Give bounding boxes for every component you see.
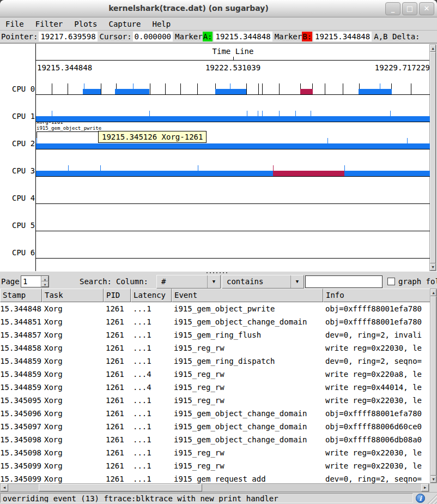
cell-latency: ...1 xyxy=(131,302,172,315)
column-header-task[interactable]: Task xyxy=(42,289,104,302)
chevron-down-icon[interactable]: ▼ xyxy=(290,275,304,288)
table-row[interactable]: 19215.345098Xorg1261...1i915_reg_rwwrite… xyxy=(0,446,430,459)
event-tick xyxy=(165,83,166,94)
table-row[interactable]: 19215.344859Xorg1261...1i915_gem_ring_di… xyxy=(0,355,430,368)
scroll-down-icon[interactable]: ▼ xyxy=(430,263,436,271)
scroll-down-icon[interactable]: ▼ xyxy=(430,476,436,483)
table-vertical-scrollbar[interactable]: ▲ ▼ xyxy=(430,289,437,483)
column-header-info[interactable]: Info xyxy=(323,289,437,302)
cpu-row-1[interactable]: CPU 1 xyxy=(0,95,437,122)
table-row[interactable]: 19215.345097Xorg1261...1i915_gem_object_… xyxy=(0,420,430,433)
table-row[interactable]: 19215.345098Xorg1261...1i915_gem_object_… xyxy=(0,433,430,446)
task-bar[interactable] xyxy=(36,171,430,176)
search-input[interactable] xyxy=(305,275,383,288)
table-row[interactable]: 19215.345099Xorg1261...1i915_reg_rwwrite… xyxy=(0,459,430,472)
table-row[interactable]: 19215.344857Xorg1261...1i915_gem_ring_fl… xyxy=(0,328,430,341)
table-row[interactable]: 19215.345099Xorg1261...1i915_gem_request… xyxy=(0,472,430,483)
cell-task: Xorg xyxy=(42,315,104,328)
menu-item-file[interactable]: File xyxy=(0,19,30,29)
graph-follows-checkbox[interactable] xyxy=(387,278,395,285)
cell-info: dev=0, ring=2, invali xyxy=(323,328,430,341)
match-select-value: contains xyxy=(227,277,263,286)
cpu-label: CPU 3 xyxy=(12,166,35,175)
info-icon[interactable]: i xyxy=(416,494,425,503)
hscrollbar-thumb[interactable] xyxy=(39,484,202,491)
cell-latency: ...1 xyxy=(131,459,172,472)
task-bar[interactable] xyxy=(36,143,430,149)
scroll-right-icon[interactable]: ▶ xyxy=(421,484,429,491)
column-select[interactable]: # ▼ xyxy=(156,275,221,289)
splitter-handle-dots xyxy=(207,272,227,273)
table-row[interactable]: 19215.344859Xorg1261...4i915_reg_rwwrite… xyxy=(0,368,430,381)
timeline-graph-pane[interactable]: Time Line 19215.344848 19222.531039 1922… xyxy=(0,43,437,272)
task-bar[interactable] xyxy=(273,171,344,176)
close-button[interactable]: ✕ xyxy=(419,2,434,15)
task-bar[interactable] xyxy=(83,89,101,94)
cell-event: i915_gem_request_add xyxy=(172,472,323,483)
task-bar[interactable] xyxy=(115,89,149,94)
cell-task: Xorg xyxy=(42,459,104,472)
spin-up-icon[interactable]: ▲ xyxy=(41,276,48,281)
menu-item-capture[interactable]: Capture xyxy=(103,19,147,29)
graph-follows-label: graph follows events xyxy=(398,277,437,286)
cell-latency: ...1 xyxy=(131,341,172,355)
task-bar[interactable] xyxy=(215,89,246,94)
cell-pid: 1261 xyxy=(104,420,131,433)
cpu-row-6[interactable]: CPU 6 xyxy=(0,231,437,259)
menu-item-filter[interactable]: Filter xyxy=(30,19,69,29)
event-tick xyxy=(197,83,198,94)
event-tick xyxy=(343,83,343,94)
scroll-up-icon[interactable]: ▲ xyxy=(430,45,436,52)
maximize-button[interactable]: □ xyxy=(402,2,417,15)
cell-event: i915_reg_rw xyxy=(172,459,323,472)
event-tick xyxy=(246,83,247,94)
table-row[interactable]: 19215.345095Xorg1261...1i915_reg_rwwrite… xyxy=(0,394,430,407)
table-row[interactable]: 19215.344858Xorg1261...1i915_reg_rwwrite… xyxy=(0,341,430,355)
minimize-button[interactable]: _ xyxy=(385,2,400,15)
spin-down-icon[interactable]: ▼ xyxy=(41,281,48,287)
cell-pid: 1261 xyxy=(104,446,131,459)
match-select[interactable]: contains ▼ xyxy=(222,275,304,289)
cell-pid: 1261 xyxy=(104,394,131,407)
column-header-latency[interactable]: Latency xyxy=(131,289,172,302)
table-horizontal-scrollbar[interactable]: ◀ ▶ xyxy=(0,483,429,492)
scroll-up-icon[interactable]: ▲ xyxy=(430,289,436,296)
menu-item-plots[interactable]: Plots xyxy=(69,19,103,29)
cpu-row-2[interactable]: CPU 2 xyxy=(0,122,437,149)
titlebar[interactable]: kernelshark(trace.dat) (on sugarbay) _ □… xyxy=(0,0,437,17)
cpu-row-3[interactable]: CPU 3 xyxy=(0,149,437,177)
table-row[interactable]: 19215.345096Xorg1261...1i915_gem_object_… xyxy=(0,407,430,420)
cpu-row-4[interactable]: CPU 4 xyxy=(0,177,437,204)
cell-event: i915_reg_rw xyxy=(172,381,323,394)
column-header-stamp[interactable]: Stamp xyxy=(0,289,42,302)
cell-task: Xorg xyxy=(42,341,104,355)
menu-item-help[interactable]: Help xyxy=(147,19,177,29)
cell-stamp: 19215.344859 xyxy=(0,368,42,381)
cell-task: Xorg xyxy=(42,433,104,446)
table-scrollbar-thumb[interactable] xyxy=(430,296,436,476)
status-message: overriding event (13) ftrace:blktrace wi… xyxy=(0,493,413,503)
cpu-row-0[interactable]: CPU 0 xyxy=(0,68,437,95)
scroll-left-icon[interactable]: ◀ xyxy=(1,484,8,491)
chevron-down-icon[interactable]: ▼ xyxy=(207,275,220,288)
table-row[interactable]: 19215.344859Xorg1261...4i915_reg_rwwrite… xyxy=(0,381,430,394)
cell-latency: ...1 xyxy=(131,446,172,459)
task-bar[interactable] xyxy=(36,116,430,122)
column-header-pid[interactable]: PID xyxy=(104,289,131,302)
cpu-row-5[interactable]: CPU 5 xyxy=(0,204,437,231)
cell-info: write reg=0x44014, le xyxy=(323,381,430,394)
cursor-label: Cursor: xyxy=(99,32,133,41)
window-title: kernelshark(trace.dat) (on sugarbay) xyxy=(0,4,377,13)
column-header-event[interactable]: Event xyxy=(172,289,323,302)
marker-a-badge[interactable]: A: xyxy=(203,32,213,41)
table-row[interactable]: 19215.344848Xorg1261...1i915_gem_object_… xyxy=(0,302,430,315)
page-spinner[interactable]: 1 ▲ ▼ xyxy=(21,275,49,287)
status-bar: overriding event (13) ftrace:blktrace wi… xyxy=(0,492,437,504)
event-tick xyxy=(68,83,68,94)
task-bar[interactable] xyxy=(300,89,312,94)
task-bar[interactable] xyxy=(359,89,392,94)
marker-b-badge[interactable]: B: xyxy=(302,32,312,41)
cell-event: i915_gem_object_change_domain xyxy=(172,315,323,328)
table-row[interactable]: 19215.344851Xorg1261...1i915_gem_object_… xyxy=(0,315,430,328)
resize-grip-icon[interactable] xyxy=(427,494,437,504)
